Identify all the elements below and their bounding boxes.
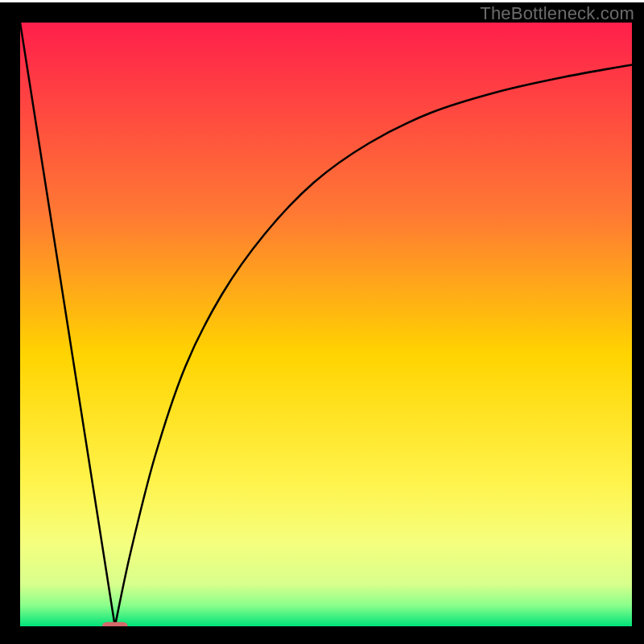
gradient-background — [20, 23, 632, 626]
watermark-label: TheBottleneck.com — [480, 3, 634, 24]
chart-container: TheBottleneck.com — [0, 0, 644, 644]
bottleneck-chart — [0, 0, 644, 644]
